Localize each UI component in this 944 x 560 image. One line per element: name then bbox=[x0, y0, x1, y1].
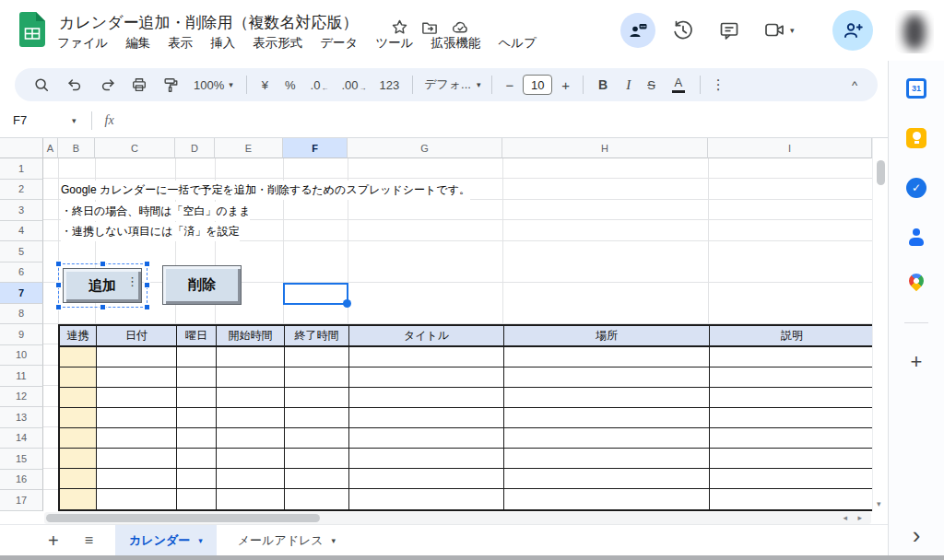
table-cell[interactable] bbox=[97, 489, 177, 509]
select-all-corner[interactable] bbox=[0, 138, 43, 158]
menu-extensions[interactable]: 拡張機能 bbox=[431, 35, 481, 52]
table-cell[interactable] bbox=[504, 408, 710, 428]
column-header-g[interactable]: G bbox=[348, 138, 502, 158]
table-row[interactable] bbox=[60, 408, 872, 428]
table-row[interactable] bbox=[60, 449, 872, 469]
menu-view[interactable]: 表示 bbox=[168, 35, 193, 52]
redo-icon[interactable] bbox=[100, 76, 116, 93]
row-header-10[interactable]: 10 bbox=[0, 345, 43, 367]
bold-button[interactable]: B bbox=[598, 77, 608, 92]
table-cell[interactable] bbox=[349, 469, 504, 489]
google-tasks-icon[interactable]: ✓ bbox=[906, 178, 926, 198]
column-header-i[interactable]: I bbox=[708, 138, 872, 158]
table-cell[interactable] bbox=[60, 388, 97, 408]
table-cell[interactable] bbox=[710, 449, 872, 469]
comments-icon[interactable] bbox=[718, 19, 740, 41]
resize-handle[interactable] bbox=[144, 304, 150, 310]
name-box[interactable]: F7 bbox=[13, 113, 72, 127]
table-row[interactable] bbox=[60, 347, 872, 368]
table-cell[interactable] bbox=[504, 469, 710, 489]
google-keep-icon[interactable] bbox=[906, 128, 926, 148]
table-cell[interactable] bbox=[504, 388, 710, 408]
increase-decimal-button[interactable]: .00→ bbox=[341, 78, 366, 92]
strikethrough-button[interactable]: S bbox=[647, 78, 655, 92]
text-color-button[interactable]: A bbox=[672, 76, 685, 93]
scroll-left-icon[interactable]: ◂ bbox=[843, 513, 847, 523]
add-sheet-icon[interactable]: + bbox=[48, 531, 59, 550]
font-select[interactable]: デフォ...▾ bbox=[424, 76, 480, 93]
star-icon[interactable] bbox=[391, 18, 408, 36]
move-to-folder-icon[interactable] bbox=[420, 18, 439, 36]
row-header-3[interactable]: 3 bbox=[0, 200, 43, 221]
zoom-select[interactable]: 100%▾ bbox=[194, 78, 233, 92]
table-cell[interactable] bbox=[97, 368, 177, 388]
scroll-down-icon[interactable]: ▾ bbox=[877, 499, 881, 508]
add-addon-icon[interactable]: + bbox=[911, 352, 923, 372]
font-size-input[interactable]: 10 bbox=[523, 75, 552, 95]
table-cell[interactable] bbox=[97, 449, 177, 469]
table-header-end-time[interactable]: 終了時間 bbox=[285, 326, 349, 347]
menu-data[interactable]: データ bbox=[320, 35, 358, 52]
table-cell[interactable] bbox=[217, 408, 285, 428]
table-header-place[interactable]: 場所 bbox=[504, 326, 710, 347]
table-cell[interactable] bbox=[285, 347, 349, 368]
google-maps-icon[interactable] bbox=[906, 271, 927, 292]
cell-b2-description[interactable]: Google カレンダーに一括で予定を追加・削除するためのスプレッドシートです。 bbox=[61, 181, 470, 200]
menu-insert[interactable]: 挿入 bbox=[210, 35, 235, 52]
row-header-17[interactable]: 17 bbox=[0, 490, 43, 511]
row-header-13[interactable]: 13 bbox=[0, 407, 43, 428]
horizontal-scrollbar[interactable]: ◂ ▸ bbox=[44, 512, 871, 524]
cell-b3-note[interactable]: ・終日の場合、時間は「空白」のまま bbox=[61, 202, 250, 221]
column-header-a[interactable]: A bbox=[43, 138, 58, 158]
more-formats-button[interactable]: 123 bbox=[380, 78, 400, 92]
table-header-weekday[interactable]: 曜日 bbox=[177, 326, 217, 347]
row-header-15[interactable]: 15 bbox=[0, 449, 43, 470]
table-cell[interactable] bbox=[217, 368, 285, 388]
table-cell[interactable] bbox=[504, 489, 710, 509]
table-cell[interactable] bbox=[285, 368, 349, 388]
paint-format-icon[interactable] bbox=[162, 76, 179, 93]
selected-cell-f7[interactable] bbox=[283, 283, 348, 305]
table-cell[interactable] bbox=[177, 489, 217, 509]
table-cell[interactable] bbox=[504, 368, 710, 388]
table-cell[interactable] bbox=[60, 408, 97, 428]
table-cell[interactable] bbox=[285, 388, 349, 408]
document-title[interactable]: カレンダー追加・削除用（複数名対応版） bbox=[59, 12, 359, 33]
table-row[interactable] bbox=[60, 428, 872, 449]
table-cell[interactable] bbox=[504, 347, 710, 368]
percent-format-button[interactable]: % bbox=[285, 78, 296, 92]
table-cell[interactable] bbox=[504, 428, 710, 449]
more-toolbar-icon[interactable]: ⋮ bbox=[712, 76, 726, 93]
table-cell[interactable] bbox=[177, 469, 217, 489]
fill-handle[interactable] bbox=[343, 299, 351, 308]
horizontal-scrollbar-thumb[interactable] bbox=[46, 514, 320, 522]
table-cell[interactable] bbox=[285, 449, 349, 469]
drawing-selection-outline[interactable] bbox=[58, 263, 148, 308]
table-cell[interactable] bbox=[97, 428, 177, 449]
all-sheets-icon[interactable]: ≡ bbox=[85, 533, 93, 548]
table-row[interactable] bbox=[60, 489, 872, 509]
table-cell[interactable] bbox=[217, 388, 285, 408]
resize-handle[interactable] bbox=[55, 282, 62, 288]
row-header-5[interactable]: 5 bbox=[0, 241, 43, 262]
row-header-11[interactable]: 11 bbox=[0, 366, 43, 387]
table-header-title[interactable]: タイトル bbox=[349, 326, 504, 347]
table-cell[interactable] bbox=[710, 469, 872, 489]
column-header-h[interactable]: H bbox=[502, 138, 708, 158]
google-calendar-icon[interactable]: 31 bbox=[906, 78, 926, 99]
italic-button[interactable]: I bbox=[626, 77, 631, 93]
table-header-link[interactable]: 連携 bbox=[60, 326, 97, 347]
table-cell[interactable] bbox=[285, 428, 349, 449]
search-icon[interactable] bbox=[33, 76, 50, 93]
scroll-right-icon[interactable]: ▸ bbox=[857, 513, 862, 523]
table-cell[interactable] bbox=[97, 408, 177, 428]
table-cell[interactable] bbox=[177, 449, 217, 469]
table-cell[interactable] bbox=[285, 408, 349, 428]
table-cell[interactable] bbox=[349, 388, 504, 408]
table-cell[interactable] bbox=[177, 388, 217, 408]
row-header-7-selected[interactable]: 7 bbox=[0, 283, 43, 304]
table-cell[interactable] bbox=[285, 489, 349, 509]
table-cell[interactable] bbox=[349, 449, 504, 469]
resize-handle[interactable] bbox=[144, 261, 150, 267]
row-header-6[interactable]: 6 bbox=[0, 262, 43, 284]
